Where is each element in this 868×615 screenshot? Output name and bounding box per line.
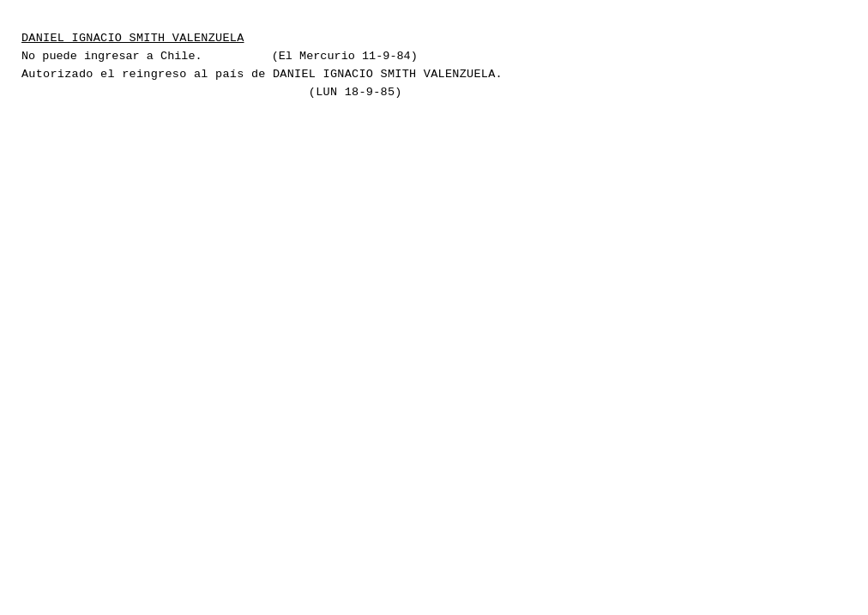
line1-right: (El Mercurio 11-9-84) bbox=[202, 48, 418, 66]
line1-left: No puede ingresar a Chile. bbox=[21, 48, 202, 66]
line1-row: No puede ingresar a Chile. (El Mercurio … bbox=[21, 48, 847, 66]
line2: Autorizado el reingreso al país de DANIE… bbox=[21, 66, 847, 84]
line3: (LUN 18-9-85) bbox=[21, 84, 847, 102]
document-title: DANIEL IGNACIO SMITH VALENZUELA bbox=[21, 30, 847, 48]
document-page: DANIEL IGNACIO SMITH VALENZUELA No puede… bbox=[0, 0, 868, 615]
